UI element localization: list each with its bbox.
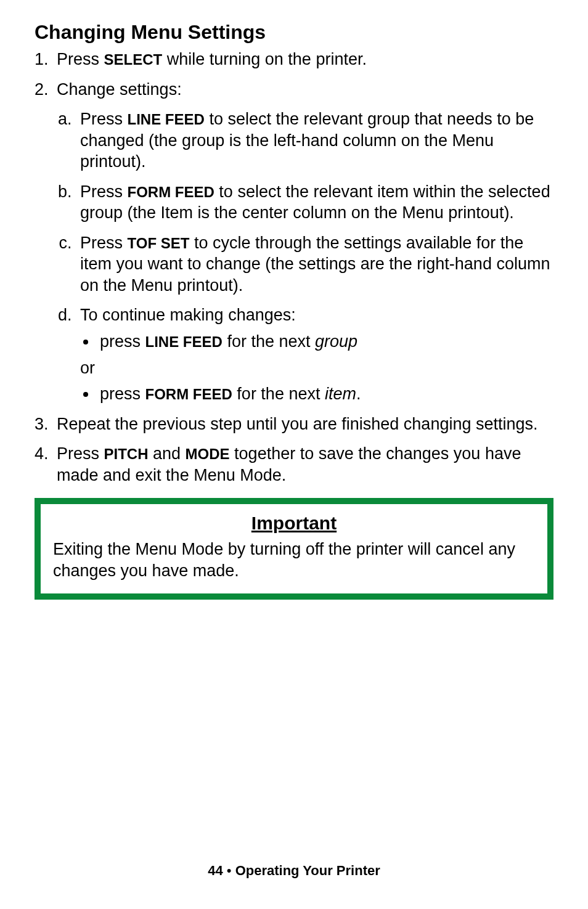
step-3: Repeat the previous step until you are f… [53,414,553,435]
sub-b-text-a: Press [80,182,128,201]
bullet-item-c: . [356,385,361,403]
step-2: Change settings: Press LINE FEED to sele… [53,79,553,405]
item-italic: item [325,385,356,403]
bullet-item-a: press [100,385,145,403]
form-feed-key: FORM FEED [128,184,214,200]
line-feed-key-2: LINE FEED [145,333,223,350]
group-italic: group [315,332,357,351]
page-number: 44 [208,863,223,878]
step-1: Press SELECT while turning on the printe… [53,49,553,70]
step-2-text: Change settings: [57,80,182,99]
bullet-list-2: press FORM FEED for the next item. [80,383,553,405]
mode-key: MODE [186,446,230,462]
bullet-item: press FORM FEED for the next item. [97,383,553,405]
bullet-group: press LINE FEED for the next group [97,331,553,353]
step-1-text-a: Press [57,50,104,68]
bullet-item-b: for the next [232,385,325,403]
important-callout: Important Exiting the Menu Mode by turni… [35,498,553,600]
sub-d: To continue making changes: press LINE F… [76,304,553,404]
page-title: Changing Menu Settings [35,21,553,44]
pitch-key: PITCH [104,446,149,462]
footer-section: Operating Your Printer [235,863,380,878]
bullet-group-b: for the next [223,332,315,351]
select-key: SELECT [104,51,163,68]
page-footer: 44 • Operating Your Printer [0,863,588,879]
sub-c-text-a: Press [80,234,128,252]
step-4: Press PITCH and MODE together to save th… [53,443,553,486]
page-content: Changing Menu Settings Press SELECT whil… [0,0,588,600]
sub-a-text-a: Press [80,110,128,128]
step-3-text: Repeat the previous step until you are f… [57,415,538,433]
step-4-text-b: and [149,444,186,463]
form-feed-key-2: FORM FEED [145,386,232,402]
sub-d-text: To continue making changes: [80,306,296,324]
or-text: or [80,357,553,379]
footer-bullet: • [223,863,235,878]
bullet-group-a: press [100,332,145,351]
sub-a: Press LINE FEED to select the relevant g… [76,108,553,173]
step-1-text-b: while turning on the printer. [162,50,367,68]
sub-b: Press FORM FEED to select the relevant i… [76,181,553,224]
step-4-text-a: Press [57,444,104,463]
top-ordered-list: Press SELECT while turning on the printe… [35,49,553,486]
sub-c: Press TOF SET to cycle through the setti… [76,232,553,296]
line-feed-key: LINE FEED [128,111,205,128]
important-heading: Important [53,513,535,534]
important-body: Exiting the Menu Mode by turning off the… [53,539,535,581]
bullet-list-1: press LINE FEED for the next group [80,331,553,353]
sub-ordered-list: Press LINE FEED to select the relevant g… [57,108,553,405]
tof-set-key: TOF SET [128,235,190,251]
